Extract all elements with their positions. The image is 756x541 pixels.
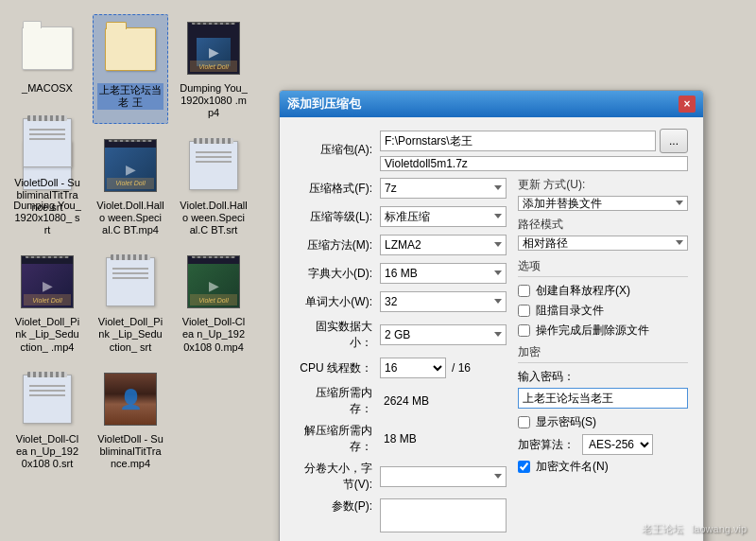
watermark-url: laowang.vip: [692, 523, 747, 534]
mem-row: 压缩所需内存： 2624 MB: [295, 385, 507, 417]
option1-checkbox[interactable]: [518, 285, 530, 297]
show-password-checkbox[interactable]: [518, 416, 530, 428]
archive-path-input[interactable]: [380, 131, 656, 151]
file-item-srt4[interactable]: Violet_Doll-Clea n_Up_1920x108 0.srt: [9, 365, 85, 475]
encrypt-input-label: 输入密码：: [518, 369, 688, 385]
path-mode-select[interactable]: 相对路径: [518, 236, 688, 251]
file-label: _MACOSX: [22, 82, 73, 95]
method-select[interactable]: LZMA2: [380, 235, 507, 255]
notebook-icon-4: [17, 369, 77, 429]
file-label-srt3: Violet_Doll_Pink _Lip_Seduction_ srt: [96, 316, 164, 354]
browse-button[interactable]: ...: [660, 129, 688, 153]
file-item-srt2[interactable]: Violet.Doll.Hallo ween.Special.C BT.srt: [176, 131, 251, 241]
encrypt-section: 加密 输入密码： 显示密码(S) 加密算法： AES-256: [518, 344, 688, 475]
update-row: 更新 方式(U): 添加并替换文件: [518, 177, 688, 211]
right-column: 更新 方式(U): 添加并替换文件 路径模式 相对路径: [518, 177, 688, 538]
file-item-srt5[interactable]: VioletDoll - SubliminalTitTra nce.srt: [9, 109, 85, 218]
block-row: 固实数据大小： 2 GB: [295, 319, 507, 351]
option2-checkbox[interactable]: [518, 305, 530, 317]
option3-label: 操作完成后删除源文件: [536, 323, 649, 339]
path-mode-label: 路径模式: [518, 217, 563, 233]
option2-label: 阻擋目录文件: [536, 303, 604, 319]
format-label: 压缩格式(F):: [295, 181, 380, 197]
folder-icon-wrapper-selected: [100, 19, 161, 79]
video-icon-3: ▶ Violet Doll: [17, 252, 77, 312]
free-mem-row: 解压缩所需内存： 18 MB: [295, 423, 507, 455]
encrypt-filename-row: 加密文件名(N): [518, 459, 688, 475]
split-select[interactable]: [380, 466, 507, 487]
update-label: 更新 方式(U):: [518, 177, 585, 193]
dialog-title: 添加到压缩包: [287, 96, 361, 113]
level-row: 压缩等级(L): 标准压缩: [295, 205, 507, 228]
update-select[interactable]: 添加并替换文件: [518, 196, 688, 211]
archive-path-row: 压缩包(A): ...: [295, 129, 688, 171]
watermark: 老王论坛 laowang.vip: [642, 522, 747, 536]
file-item-portrait[interactable]: 👤 VioletDoll - SubliminalTitTra nce.mp4: [93, 365, 168, 475]
level-label: 压缩等级(L):: [295, 209, 380, 225]
encrypt-algo-row: 加密算法： AES-256: [518, 434, 688, 455]
file-label-srt4: Violet_Doll-Clea n_Up_1920x108 0.srt: [13, 433, 81, 471]
word-select[interactable]: 32: [380, 291, 507, 312]
option3-checkbox[interactable]: [518, 324, 530, 337]
options-section: 选项 创建自释放程序(X) 阻擋目录文件 操作完成后删除源文件: [518, 258, 688, 339]
block-select[interactable]: 2 GB: [380, 324, 507, 345]
dict-select[interactable]: 16 MB: [380, 263, 507, 284]
encrypt-filename-checkbox[interactable]: [518, 461, 530, 473]
close-button[interactable]: ×: [679, 96, 696, 113]
option2-row: 阻擋目录文件: [518, 303, 688, 319]
file-item-video1[interactable]: ▶ Violet Doll Dumping You_1920x1080 .mp4: [176, 14, 251, 124]
file-item-video4[interactable]: ▶ Violet Doll Violet_Doll-Clea n_Up_1920…: [176, 248, 251, 358]
file-label-portrait: VioletDoll - SubliminalTitTra nce.mp4: [96, 433, 164, 471]
encrypt-algo-select[interactable]: AES-256: [582, 434, 653, 455]
watermark-text: 老王论坛: [642, 523, 683, 534]
notebook-icon-2: [183, 135, 244, 196]
archive-filename-input[interactable]: [380, 156, 688, 171]
video-icon-1: ▶ Violet Doll: [183, 18, 244, 79]
dialog-body: 压缩包(A): ... 压缩格式(F): 7z: [280, 117, 703, 541]
encrypt-password-input[interactable]: [518, 388, 688, 409]
free-mem-value: 18 MB: [380, 432, 507, 445]
file-item-selected[interactable]: 上老王论坛当老 王: [93, 14, 168, 124]
file-row2: VioletDoll - SubliminalTitTra nce.srt: [0, 109, 85, 218]
archive-path-label: 压缩包(A):: [295, 142, 380, 158]
mem-label: 压缩所需内存：: [295, 385, 380, 417]
word-label: 单词大小(W):: [295, 294, 380, 310]
two-column-section: 压缩格式(F): 7z 压缩等级(L): 标准压缩 压缩: [295, 177, 688, 538]
dialog-titlebar: 添加到压缩包 ×: [280, 91, 703, 117]
file-label-video3: Violet_Doll_Pink _Lip_Seduction_ .mp4: [13, 316, 81, 354]
block-label: 固实数据大小：: [295, 319, 380, 351]
notebook-icon-5: [17, 113, 77, 173]
file-label-srt5: VioletDoll - SubliminalTitTra nce.srt: [13, 177, 81, 215]
comment-label: 参数(P):: [295, 498, 380, 515]
show-password-row: 显示密码(S): [518, 414, 688, 430]
cpu-total: / 16: [452, 361, 471, 375]
option1-row: 创建自释放程序(X): [518, 283, 688, 299]
file-item-video2[interactable]: ▶ Violet Doll Violet.Doll.Hallo ween.Spe…: [93, 131, 168, 241]
file-label-srt2: Violet.Doll.Hallo ween.Special.C BT.srt: [180, 200, 248, 237]
file-label-video1: Dumping You_1920x1080 .mp4: [180, 82, 248, 120]
notebook-icon-3: [100, 252, 161, 312]
level-select[interactable]: 标准压缩: [380, 206, 507, 227]
word-row: 单词大小(W): 32: [295, 290, 507, 313]
cpu-row: CPU 线程数： 16 / 16: [295, 357, 507, 379]
dict-label: 字典大小(D):: [295, 266, 380, 282]
file-grid: _MACOSX 上老王论坛当老 王 ▶: [0, 5, 284, 483]
free-mem-label: 解压缩所需内存：: [295, 423, 380, 455]
cpu-label: CPU 线程数：: [295, 360, 380, 376]
format-row: 压缩格式(F): 7z: [295, 177, 507, 200]
encrypt-filename-label: 加密文件名(N): [536, 459, 609, 475]
method-label: 压缩方法(M):: [295, 237, 380, 253]
split-label: 分卷大小，字节(V):: [295, 461, 380, 493]
cpu-select[interactable]: 16: [380, 358, 446, 378]
format-select[interactable]: 7z: [380, 178, 507, 199]
desktop: _MACOSX 上老王论坛当老 王 ▶: [0, 0, 756, 541]
path-mode-row: 路径模式 相对路径: [518, 217, 688, 251]
left-column: 压缩格式(F): 7z 压缩等级(L): 标准压缩 压缩: [295, 177, 507, 538]
comment-textarea[interactable]: [380, 498, 507, 532]
file-item[interactable]: _MACOSX: [9, 14, 85, 124]
cpu-controls: 16 / 16: [380, 358, 471, 378]
split-row: 分卷大小，字节(V):: [295, 461, 507, 493]
file-item-srt3[interactable]: Violet_Doll_Pink _Lip_Seduction_ srt: [93, 248, 168, 358]
file-item-video3[interactable]: ▶ Violet Doll Violet_Doll_Pink _Lip_Sedu…: [9, 248, 85, 358]
option1-label: 创建自释放程序(X): [536, 283, 630, 299]
